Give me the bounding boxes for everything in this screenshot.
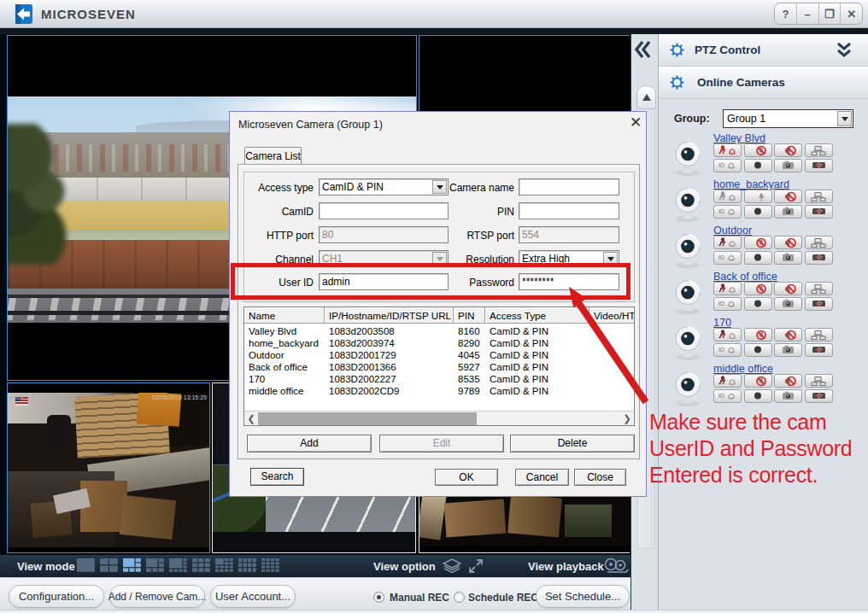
- user-account-button[interactable]: User Account...: [210, 585, 296, 608]
- close-dialog-button[interactable]: Close: [574, 469, 626, 486]
- view-layout-8-icon[interactable]: [238, 558, 257, 573]
- snapshot-button[interactable]: [774, 251, 802, 265]
- view-layout-6-icon[interactable]: [192, 558, 211, 573]
- audio-mute-button[interactable]: [774, 328, 802, 342]
- table-row[interactable]: middle office1083D2002CD99789CamID & PIN: [244, 386, 634, 398]
- power-button[interactable]: [805, 343, 833, 357]
- column-header[interactable]: Name: [244, 307, 325, 324]
- camera-name-field[interactable]: [519, 178, 619, 196]
- audio-mute-button[interactable]: [774, 190, 802, 203]
- column-header[interactable]: IP/Hostname/ID/RTSP URL: [325, 307, 454, 324]
- power-button[interactable]: [805, 205, 833, 219]
- network-button[interactable]: [805, 374, 833, 388]
- network-button[interactable]: [805, 190, 833, 203]
- mic-mute-button[interactable]: [744, 143, 772, 157]
- edit-button[interactable]: Edit: [379, 435, 504, 452]
- network-button[interactable]: [805, 143, 833, 157]
- mic-mute-button[interactable]: [744, 236, 772, 249]
- ok-button[interactable]: OK: [435, 469, 498, 486]
- power-button[interactable]: [805, 297, 833, 311]
- webcam-icon[interactable]: [671, 141, 705, 177]
- webcam-icon[interactable]: [671, 279, 705, 315]
- snapshot-button[interactable]: [774, 159, 802, 172]
- camera-link[interactable]: Back of office: [713, 271, 777, 283]
- io-alarm-button[interactable]: IO: [713, 297, 742, 311]
- mic-mute-button[interactable]: [744, 374, 772, 388]
- motion-alarm-button[interactable]: [713, 374, 742, 388]
- motion-alarm-button[interactable]: [713, 282, 742, 295]
- set-schedule-button[interactable]: Set Schedule...: [536, 585, 630, 608]
- group-select[interactable]: Group 1: [723, 109, 853, 128]
- audio-mute-button[interactable]: [774, 236, 802, 249]
- record-button[interactable]: [744, 343, 772, 357]
- view-layout-2-icon[interactable]: [100, 558, 119, 573]
- pin-field[interactable]: [519, 202, 619, 219]
- add-button[interactable]: Add: [247, 435, 372, 452]
- close-button[interactable]: ✕: [841, 3, 862, 24]
- camera-link[interactable]: 170: [713, 317, 731, 329]
- collapse-sidebar-icon[interactable]: [633, 38, 652, 61]
- view-layout-9-icon[interactable]: [261, 558, 280, 573]
- configuration-button[interactable]: Configuration...: [9, 585, 104, 608]
- manual-rec-radio[interactable]: [373, 592, 384, 603]
- table-row[interactable]: Back of office1083D20013665927CamID & PI…: [244, 362, 634, 374]
- dropdown-arrow-icon[interactable]: [837, 111, 852, 126]
- dropdown-arrow-icon[interactable]: [432, 180, 447, 194]
- ptz-control-header[interactable]: PTZ Control: [659, 34, 868, 67]
- webcam-icon[interactable]: [671, 187, 705, 223]
- camera-link[interactable]: middle office: [713, 363, 773, 375]
- network-button[interactable]: [805, 282, 833, 295]
- scrollbar-thumb[interactable]: [258, 412, 477, 425]
- column-header[interactable]: PIN: [454, 307, 485, 324]
- record-button[interactable]: [744, 251, 772, 265]
- view-layout-4-icon[interactable]: [146, 558, 165, 573]
- tab-camera-list[interactable]: Camera List: [244, 147, 302, 165]
- add-remove-cam-button[interactable]: Add / Remove Cam...: [109, 585, 205, 608]
- mic-mute-button[interactable]: [744, 190, 772, 203]
- audio-mute-button[interactable]: [774, 374, 802, 388]
- snapshot-button[interactable]: [774, 389, 802, 403]
- snapshot-button[interactable]: [774, 205, 802, 219]
- snapshot-button[interactable]: [774, 297, 802, 311]
- io-alarm-button[interactable]: IO: [713, 343, 742, 357]
- power-button[interactable]: [805, 251, 833, 265]
- cancel-button[interactable]: Cancel: [515, 469, 569, 486]
- camera-link[interactable]: Valley Blvd: [713, 132, 765, 144]
- minimize-button[interactable]: –: [797, 3, 819, 24]
- camera-link[interactable]: Outdoor: [713, 225, 752, 236]
- search-button[interactable]: Search: [250, 468, 304, 486]
- audio-mute-button[interactable]: [774, 282, 802, 295]
- expand-ptz-icon[interactable]: [835, 41, 853, 60]
- layers-icon[interactable]: [442, 558, 462, 574]
- motion-alarm-button[interactable]: [713, 143, 742, 157]
- table-row[interactable]: Outdoor1083D20017294045CamID & PIN: [244, 350, 634, 362]
- table-hscrollbar[interactable]: ❮❯: [244, 411, 634, 425]
- network-button[interactable]: [805, 328, 833, 342]
- power-button[interactable]: [805, 159, 833, 172]
- mic-mute-button[interactable]: [744, 282, 772, 295]
- playback-reel-icon[interactable]: [603, 558, 629, 575]
- mic-mute-button[interactable]: [744, 328, 772, 342]
- view-layout-5-icon[interactable]: [169, 558, 188, 573]
- record-button[interactable]: [744, 297, 772, 311]
- online-cameras-header[interactable]: Online Cameras: [659, 67, 868, 99]
- scrollbar-up-button[interactable]: [636, 85, 656, 109]
- table-row[interactable]: Valley Blvd1083d20035088160CamID & PIN: [244, 326, 634, 338]
- io-alarm-button[interactable]: IO: [713, 159, 742, 172]
- access-type-field[interactable]: CamID & PIN: [319, 178, 449, 196]
- snapshot-button[interactable]: [774, 343, 802, 357]
- io-alarm-button[interactable]: IO: [713, 205, 742, 219]
- camid-field[interactable]: [319, 202, 449, 219]
- video-cell-3[interactable]: office 02/06/2019 13:15:29: [7, 382, 210, 553]
- io-alarm-button[interactable]: IO: [713, 389, 742, 403]
- help-button[interactable]: ?: [775, 3, 797, 24]
- view-layout-1-icon[interactable]: [77, 558, 96, 573]
- record-button[interactable]: [744, 389, 772, 403]
- camera-table[interactable]: NameIP/Hostname/ID/RTSP URLPINAccess Typ…: [243, 306, 635, 426]
- io-alarm-button[interactable]: IO: [713, 251, 742, 265]
- record-button[interactable]: [744, 205, 772, 219]
- fullscreen-icon[interactable]: [468, 558, 484, 574]
- column-header[interactable]: Access Type: [485, 307, 589, 324]
- table-row[interactable]: 1701083D20022278535CamID & PIN: [244, 374, 634, 386]
- scroll-right-icon[interactable]: ❯: [621, 413, 633, 424]
